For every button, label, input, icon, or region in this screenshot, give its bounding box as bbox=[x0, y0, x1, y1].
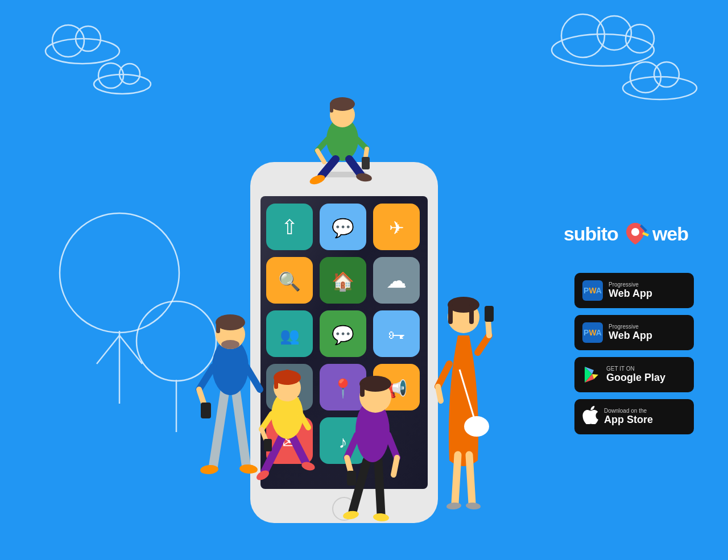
pwa-button-1-large: Web App bbox=[609, 288, 652, 300]
logo: subito web bbox=[564, 222, 688, 246]
logo-subito: subito bbox=[564, 223, 618, 245]
apple-icon bbox=[582, 406, 598, 428]
pwa-button-1[interactable]: PWA Progressive Web App bbox=[574, 273, 694, 308]
svg-point-118 bbox=[631, 228, 639, 236]
google-play-small: GET IT ON bbox=[606, 366, 665, 372]
pwa-button-1-small: Progressive bbox=[609, 281, 652, 288]
pwa-icon-1: PWA bbox=[582, 280, 603, 301]
google-play-icon bbox=[582, 366, 601, 384]
pwa-button-2-small: Progressive bbox=[609, 323, 652, 330]
google-play-large: Google Play bbox=[606, 372, 665, 384]
app-store-button[interactable]: Download on the App Store bbox=[574, 399, 694, 434]
app-store-text: Download on the App Store bbox=[604, 408, 653, 426]
google-play-button[interactable]: GET IT ON Google Play bbox=[574, 357, 694, 392]
logo-icon bbox=[622, 222, 649, 246]
google-play-text: GET IT ON Google Play bbox=[606, 366, 665, 384]
pwa-button-2-large: Web App bbox=[609, 330, 652, 342]
app-store-small: Download on the bbox=[604, 408, 653, 414]
pwa-button-2-text: Progressive Web App bbox=[609, 323, 652, 342]
pwa-icon-2: PWA bbox=[582, 322, 603, 343]
logo-web: web bbox=[652, 223, 688, 245]
pwa-button-2[interactable]: PWA Progressive Web App bbox=[574, 315, 694, 350]
app-store-large: App Store bbox=[604, 414, 653, 426]
store-section: PWA Progressive Web App PWA Progressive … bbox=[574, 273, 694, 434]
pwa-button-1-text: Progressive Web App bbox=[609, 281, 652, 300]
